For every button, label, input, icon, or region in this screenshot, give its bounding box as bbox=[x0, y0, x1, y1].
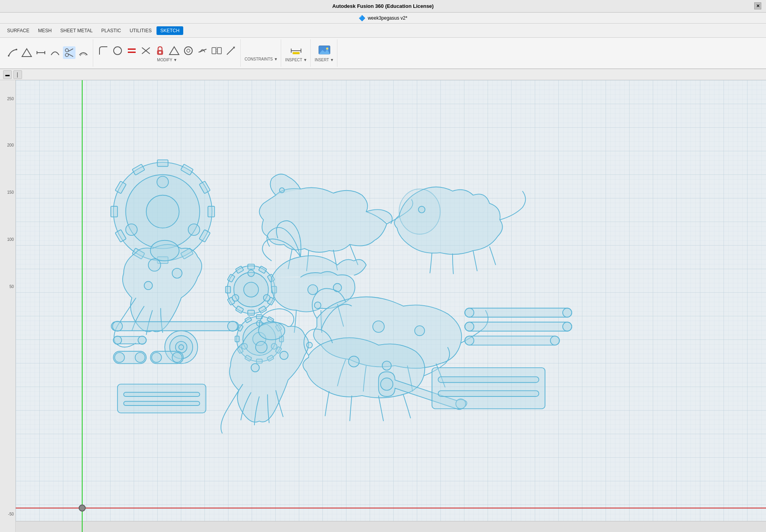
svg-rect-127 bbox=[465, 322, 572, 331]
svg-point-115 bbox=[152, 352, 162, 362]
modify-group: MODIFY ▼ bbox=[94, 39, 241, 67]
svg-point-18 bbox=[184, 47, 192, 55]
create-icons bbox=[6, 46, 90, 59]
tangent-tool[interactable] bbox=[196, 44, 209, 57]
menu-item-utilities[interactable]: UTILITIES bbox=[126, 26, 156, 35]
svg-point-7 bbox=[65, 53, 68, 57]
lock-tool[interactable] bbox=[154, 44, 166, 57]
inspect-label[interactable]: INSPECT ▼ bbox=[285, 58, 307, 62]
svg-line-9 bbox=[68, 54, 73, 57]
menu-item-sheet-metal[interactable]: SHEET METAL bbox=[56, 26, 96, 35]
svg-line-24 bbox=[227, 47, 235, 55]
line-tool[interactable] bbox=[6, 46, 19, 59]
insert-label[interactable]: INSERT ▼ bbox=[315, 58, 334, 62]
svg-point-57 bbox=[172, 268, 182, 278]
svg-point-118 bbox=[280, 351, 288, 360]
svg-point-126 bbox=[563, 308, 572, 317]
svg-point-133 bbox=[381, 378, 393, 390]
svg-point-103 bbox=[228, 321, 238, 331]
svg-point-122 bbox=[348, 356, 359, 367]
offset-tool[interactable] bbox=[77, 46, 90, 59]
svg-rect-38 bbox=[157, 160, 168, 167]
svg-rect-139 bbox=[438, 377, 539, 383]
ruler-label-100: 100 bbox=[7, 237, 14, 242]
svg-point-77 bbox=[232, 295, 239, 301]
svg-point-132 bbox=[551, 336, 560, 345]
svg-point-6 bbox=[65, 49, 68, 52]
title-bar: Autodesk Fusion 360 (Education License) … bbox=[0, 0, 766, 13]
line-constraint[interactable] bbox=[140, 44, 152, 57]
sub-btn-2[interactable]: │ bbox=[13, 70, 22, 79]
svg-point-32 bbox=[326, 48, 328, 50]
svg-point-117 bbox=[256, 341, 267, 353]
svg-point-1 bbox=[16, 49, 17, 50]
svg-point-113 bbox=[135, 352, 145, 362]
svg-point-37 bbox=[146, 195, 179, 228]
canvas-area[interactable] bbox=[16, 80, 766, 532]
menu-item-sketch[interactable]: SKETCH bbox=[157, 26, 184, 35]
svg-point-10 bbox=[114, 47, 122, 55]
lion bbox=[394, 187, 525, 274]
svg-point-112 bbox=[114, 352, 124, 362]
modify-label[interactable]: MODIFY ▼ bbox=[157, 58, 177, 62]
menu-item-mesh[interactable]: MESH bbox=[34, 26, 56, 35]
sketch-shapes bbox=[16, 80, 766, 532]
symmetry-tool[interactable] bbox=[210, 44, 223, 57]
constraints-label[interactable]: CONSTRAINTS ▼ bbox=[245, 57, 278, 61]
svg-rect-101 bbox=[111, 322, 239, 331]
circle-tool[interactable] bbox=[111, 44, 124, 57]
svg-point-75 bbox=[248, 270, 254, 277]
menu-item-surface[interactable]: SURFACE bbox=[3, 26, 33, 35]
constraints-group: CONSTRAINTS ▼ bbox=[241, 39, 281, 67]
ruler-label-150: 150 bbox=[7, 190, 14, 194]
svg-point-110 bbox=[179, 345, 184, 350]
svg-rect-136 bbox=[123, 393, 199, 396]
menu-item-plastic[interactable]: PLASTIC bbox=[98, 26, 125, 35]
svg-point-97 bbox=[333, 284, 342, 292]
fillet-tool[interactable] bbox=[97, 44, 110, 57]
svg-point-76 bbox=[263, 295, 270, 301]
sub-btn-1[interactable]: ▬ bbox=[3, 70, 12, 79]
svg-rect-140 bbox=[438, 391, 539, 396]
insert-image-tool[interactable] bbox=[318, 44, 331, 57]
modify-icons bbox=[97, 44, 237, 57]
svg-point-55 bbox=[418, 206, 425, 213]
svg-point-53 bbox=[280, 188, 285, 193]
x-axis-line bbox=[16, 508, 766, 508]
svg-point-58 bbox=[144, 281, 153, 290]
measure-tool[interactable] bbox=[290, 44, 302, 57]
svg-rect-138 bbox=[432, 368, 545, 409]
project-tool[interactable] bbox=[225, 44, 237, 57]
ruler-label-200: 200 bbox=[7, 143, 14, 147]
svg-point-102 bbox=[112, 321, 122, 331]
seahorse-left bbox=[114, 240, 202, 347]
circle-constraint[interactable] bbox=[182, 44, 195, 57]
svg-point-96 bbox=[308, 285, 318, 295]
svg-point-51 bbox=[188, 224, 200, 235]
menu-bar: SURFACE MESH SHEET METAL PLASTIC UTILITI… bbox=[0, 24, 766, 38]
left-ruler: 250 200 150 100 50 -50 bbox=[0, 80, 16, 532]
connector-bar-long bbox=[111, 321, 239, 331]
svg-point-52 bbox=[126, 224, 137, 235]
svg-point-100 bbox=[415, 326, 425, 336]
scissors-tool[interactable] bbox=[63, 46, 75, 59]
svg-point-123 bbox=[382, 361, 391, 370]
arc-tool[interactable] bbox=[49, 46, 61, 59]
close-button[interactable]: ✕ bbox=[754, 2, 761, 9]
svg-point-129 bbox=[563, 322, 572, 331]
svg-point-120 bbox=[258, 322, 285, 340]
origin-circle bbox=[79, 504, 86, 512]
triangle-tool[interactable] bbox=[20, 46, 33, 59]
svg-point-62 bbox=[244, 282, 259, 297]
svg-rect-47 bbox=[111, 206, 118, 217]
dimension-tool[interactable] bbox=[35, 46, 47, 59]
triangle-constraint[interactable] bbox=[168, 44, 180, 57]
sub-title-bar: 🔷 week3pegasus v2* bbox=[0, 13, 766, 24]
svg-point-106 bbox=[138, 336, 146, 344]
svg-rect-41 bbox=[208, 206, 215, 217]
svg-point-128 bbox=[465, 322, 474, 331]
svg-marker-2 bbox=[22, 49, 31, 57]
svg-rect-22 bbox=[217, 48, 221, 54]
svg-line-8 bbox=[68, 49, 73, 51]
equal-tool[interactable] bbox=[125, 44, 138, 57]
